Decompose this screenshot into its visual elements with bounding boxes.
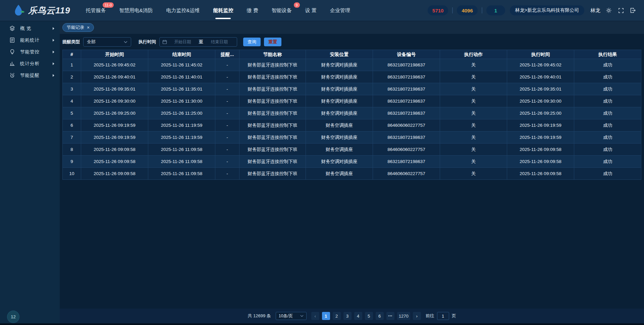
nav-item-label: 托管服务 (86, 7, 106, 14)
table-cell: 2025-11-26 09:25:00 (81, 107, 148, 119)
settings-gear-icon[interactable] (605, 7, 612, 14)
alarm-icon (9, 72, 15, 78)
table-row[interactable]: 82025-11-26 09:09:582025-11-26 11:09:58-… (62, 144, 641, 156)
stat-pill[interactable]: 4096 (457, 5, 477, 15)
table-cell: 2025-11-26 09:40:01 (81, 71, 148, 83)
query-button[interactable]: 查询 (243, 38, 261, 46)
nav-item-设 置[interactable]: 设 置 (305, 0, 317, 21)
more-pages-button[interactable]: ••• (386, 312, 394, 320)
start-date-input[interactable] (168, 40, 198, 44)
table-cell: 2025-11-26 11:09:58 (148, 144, 215, 155)
sidebar-item-节能提醒[interactable]: 节能提醒 (0, 69, 60, 81)
top-navbar: 乐鸟云119 托管服务11-0智慧用电&消防电力监控&运维能耗监控缴 费智能设备… (0, 0, 644, 21)
notification-float-badge[interactable]: 12 (7, 311, 19, 323)
table-cell: - (215, 119, 239, 131)
sidebar-item-label: 概 览 (20, 25, 53, 32)
page-button-2[interactable]: 2 (333, 312, 341, 320)
nav-item-智能设备[interactable]: 智能设备9 (272, 0, 292, 21)
sidebar-item-统计分析[interactable]: 统计分析 (0, 58, 60, 69)
table-row[interactable]: 62025-11-26 09:19:592025-11-26 11:19:59-… (62, 119, 641, 131)
table-cell: 财务部蓝牙连接控制下班 (239, 83, 306, 95)
table-cell: 5 (63, 107, 81, 119)
page-button-5[interactable]: 5 (365, 312, 373, 320)
sidebar-item-能耗统计[interactable]: 能耗统计 (0, 34, 60, 46)
brand[interactable]: 乐鸟云119 (12, 4, 70, 17)
table-cell: 8 (63, 144, 81, 155)
reminder-type-select[interactable]: 全部 (83, 37, 131, 47)
table-cell: 2025-11-26 11:45:02 (148, 59, 215, 71)
nav-item-电力监控&运维[interactable]: 电力监控&运维 (166, 0, 200, 21)
chevron-right-icon (53, 27, 54, 30)
table-cell: 财务部蓝牙连接控制下班 (239, 95, 306, 107)
page-button-6[interactable]: 6 (376, 312, 384, 320)
next-page-button[interactable]: › (413, 312, 421, 320)
table-row[interactable]: 52025-11-26 09:25:002025-11-26 11:25:00-… (62, 107, 641, 119)
range-separator: 至 (198, 39, 204, 45)
table-row[interactable]: 12025-11-26 09:45:022025-11-26 11:45:02-… (62, 59, 641, 71)
last-page-button[interactable]: 1270 (397, 312, 410, 320)
table-cell: - (215, 95, 239, 107)
table-row[interactable]: 42025-11-26 09:30:002025-11-26 11:30:00-… (62, 95, 641, 107)
report-icon (9, 37, 15, 43)
goto-label: 前往 (426, 313, 434, 319)
page-button-3[interactable]: 3 (343, 312, 352, 320)
sidebar-item-节能管控[interactable]: 节能管控 (0, 46, 60, 58)
table-header: #开始时间结束时间提醒...节能名称安装位置设备编号执行动作执行时间执行结果 (62, 50, 641, 59)
column-header: 执行时间 (507, 50, 574, 59)
table-cell: 财务空调对插插座 (306, 59, 373, 71)
page-button-4[interactable]: 4 (354, 312, 362, 320)
table-row[interactable]: 92025-11-26 09:09:582025-11-26 11:09:58-… (62, 156, 641, 168)
nav-item-企业管理[interactable]: 企业管理 (330, 0, 350, 21)
page-size-select[interactable]: 10条/页 (276, 312, 307, 320)
column-header: 节能名称 (239, 50, 306, 59)
nav-item-缴 费[interactable]: 缴 费 (247, 0, 258, 21)
nav-item-智慧用电&消防[interactable]: 智慧用电&消防 (119, 0, 153, 21)
notification-badge: 9 (294, 2, 300, 8)
chart-icon (9, 61, 15, 67)
table-cell: 财务空调对插插座 (306, 156, 373, 167)
table-cell: 4 (63, 95, 81, 107)
sidebar-item-label: 能耗统计 (20, 37, 53, 43)
nav-item-label: 智能设备 (272, 7, 292, 14)
layers-icon (9, 25, 15, 32)
logout-icon[interactable] (629, 7, 637, 14)
nav-item-托管服务[interactable]: 托管服务11-0 (86, 0, 106, 21)
table-row[interactable]: 32025-11-26 09:35:012025-11-26 11:35:01-… (62, 83, 641, 95)
table-cell: 863218072198637 (373, 83, 440, 95)
sidebar-item-label: 节能提醒 (20, 72, 53, 78)
tab-label: 节能记录 (67, 24, 84, 31)
total-count-label: 共 12699 条 (248, 313, 271, 319)
table-cell: 863218072198637 (373, 95, 440, 107)
table-cell: 财务空调对插插座 (306, 107, 373, 119)
notification-badge: 11-0 (103, 2, 114, 8)
table-cell: 2025-11-26 09:19:59 (507, 131, 574, 143)
company-selector[interactable]: 林龙>新北京乐鸟科技有限公司 (510, 5, 584, 15)
table-cell: 2025-11-26 09:09:58 (507, 168, 574, 179)
tab-close-icon[interactable]: × (87, 25, 90, 30)
reset-button[interactable]: 重置 (264, 38, 281, 46)
table-row[interactable]: 102025-11-26 09:09:582025-11-26 11:09:58… (62, 168, 641, 180)
date-range-picker[interactable]: 至 (159, 37, 237, 47)
table-row[interactable]: 72025-11-26 09:19:592025-11-26 11:19:59-… (62, 131, 641, 144)
stat-pill[interactable]: 5710 (428, 5, 448, 15)
table-cell: 关 (440, 107, 507, 119)
table-cell: 成功 (574, 156, 641, 167)
page-button-1[interactable]: 1 (322, 312, 330, 320)
table-cell: 9 (63, 156, 81, 167)
table-cell: 2025-11-26 09:30:00 (81, 95, 148, 107)
table-cell: 财务空调插座 (306, 144, 373, 155)
prev-page-button[interactable]: ‹ (311, 312, 319, 320)
table-cell: 2025-11-26 11:30:00 (148, 95, 215, 107)
fullscreen-icon[interactable] (617, 7, 625, 14)
column-header: 开始时间 (81, 50, 148, 59)
table-row[interactable]: 22025-11-26 09:40:012025-11-26 11:40:01-… (62, 71, 641, 83)
sidebar-item-概 览[interactable]: 概 览 (0, 22, 60, 34)
tab-energy-record[interactable]: 节能记录 × (62, 23, 94, 32)
table-cell: 10 (63, 168, 81, 179)
chevron-down-icon (124, 41, 127, 43)
table-cell: 关 (440, 168, 507, 179)
goto-page-input[interactable] (437, 312, 449, 320)
end-date-input[interactable] (205, 40, 234, 44)
nav-item-能耗监控[interactable]: 能耗监控 (213, 0, 233, 21)
stat-pill[interactable]: 1 (486, 5, 505, 15)
